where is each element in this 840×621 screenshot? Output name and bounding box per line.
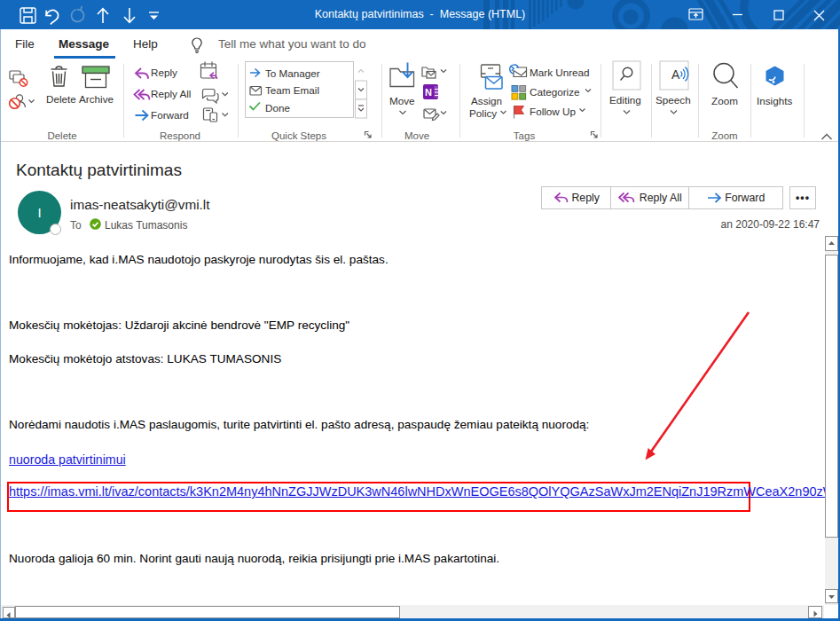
- svg-text:N: N: [425, 87, 432, 98]
- svg-text:A: A: [671, 67, 680, 82]
